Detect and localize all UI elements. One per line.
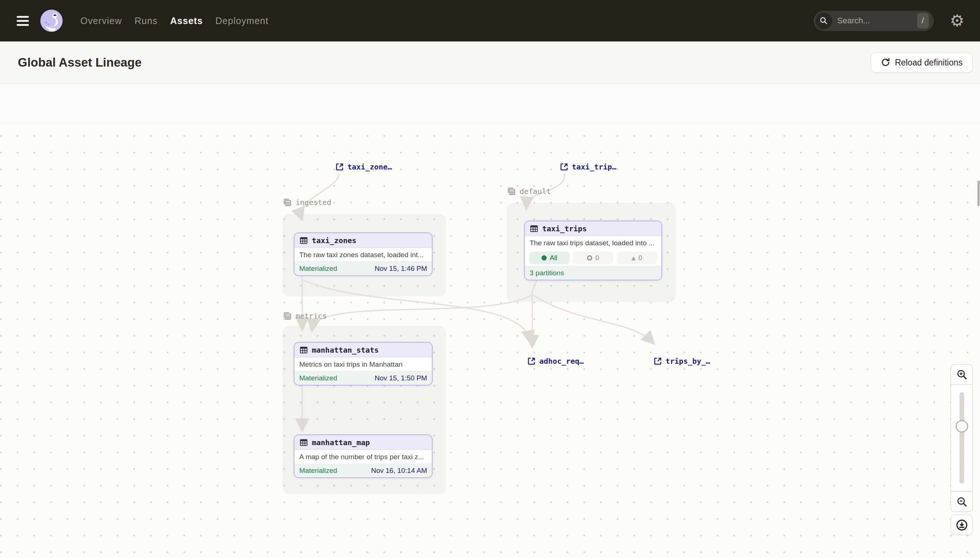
success-dot-icon [542, 255, 547, 261]
page-header: Global Asset Lineage Reload definitions [0, 41, 980, 84]
asset-description: A map of the number of trips per taxi z.… [295, 450, 432, 464]
external-link-icon [653, 357, 662, 366]
asset-node-manhattan-stats[interactable]: manhattan_stats Metrics on taxi trips in… [294, 342, 433, 386]
partition-pill-all[interactable]: All [529, 252, 570, 264]
asset-description: The raw taxi trips dataset, loaded into … [525, 236, 662, 250]
lineage-graph-canvas[interactable]: /* fix ingested box height (577-800 page… [0, 123, 980, 558]
zoom-slider-track[interactable] [959, 392, 964, 484]
table-icon [299, 346, 308, 354]
group-label-metrics[interactable]: metrics [283, 311, 327, 321]
asset-timestamp: Nov 15, 1:50 PM [374, 374, 427, 382]
zoom-in-button[interactable] [951, 364, 973, 384]
group-label-default[interactable]: default [507, 187, 551, 196]
search-icon [815, 13, 832, 29]
table-icon [530, 224, 539, 233]
asset-description: The raw taxi zones dataset, loaded int..… [295, 248, 432, 262]
global-search[interactable]: / [814, 11, 934, 31]
missing-circle-icon [587, 255, 592, 261]
external-asset-trips-by[interactable]: trips_by_… [653, 357, 710, 366]
reload-definitions-button[interactable]: Reload definitions [871, 52, 973, 72]
zoom-in-icon [956, 369, 968, 381]
reload-icon [881, 58, 890, 67]
external-link-icon [527, 357, 536, 366]
hamburger-menu-icon[interactable] [16, 16, 29, 26]
warning-triangle-icon: ▲ [631, 255, 636, 261]
group-grid-icon [283, 198, 292, 207]
lineage-toolbar: Filter Clear query Materialize all... ▾ [0, 84, 980, 123]
graph-scrollbar-thumb[interactable] [977, 181, 980, 206]
partition-health-row: All 0 ▲0 [525, 250, 662, 266]
nav-right-cluster: / ⚙ [814, 11, 980, 31]
top-nav-bar: Overview Runs Assets Deployment / ⚙ [0, 0, 980, 41]
asset-status: Materialized [299, 467, 337, 475]
asset-timestamp: Nov 16, 10:14 AM [371, 467, 427, 475]
main-nav-links: Overview Runs Assets Deployment [81, 16, 268, 26]
download-image-button[interactable] [951, 515, 973, 535]
asset-description: Metrics on taxi trips in Manhattan [295, 358, 432, 371]
external-asset-adhoc-req[interactable]: adhoc_req… [527, 357, 584, 366]
partition-pill-failed[interactable]: ▲0 [617, 252, 657, 264]
zoom-out-icon [956, 496, 968, 508]
group-label-ingested[interactable]: ingested [283, 198, 331, 207]
nav-item-overview[interactable]: Overview [81, 16, 122, 26]
zoom-out-button[interactable] [951, 491, 973, 512]
group-grid-icon [283, 311, 292, 321]
asset-name: manhattan_map [312, 438, 370, 447]
asset-status: Materialized [299, 264, 337, 273]
asset-name: taxi_trips [542, 224, 587, 233]
gear-icon[interactable]: ⚙ [950, 13, 964, 29]
external-asset-taxi-zone[interactable]: taxi_zone… [335, 162, 392, 171]
asset-timestamp: Nov 15, 1:46 PM [374, 264, 427, 273]
zoom-slider-thumb[interactable] [955, 420, 968, 433]
asset-node-taxi-trips[interactable]: taxi_trips The raw taxi trips dataset, l… [524, 220, 662, 281]
asset-name: manhattan_stats [312, 346, 379, 354]
search-shortcut-badge: / [917, 13, 929, 28]
nav-item-deployment[interactable]: Deployment [216, 16, 268, 26]
external-link-icon [335, 162, 344, 171]
asset-node-manhattan-map[interactable]: manhattan_map A map of the number of tri… [294, 435, 433, 478]
table-icon [299, 438, 308, 447]
table-icon [299, 236, 308, 245]
page-title: Global Asset Lineage [18, 56, 142, 70]
asset-status: Materialized [299, 374, 337, 382]
search-input[interactable] [837, 16, 900, 26]
lineage-edges [0, 123, 980, 558]
asset-node-taxi-zones[interactable]: taxi_zones The raw taxi zones dataset, l… [294, 232, 433, 276]
partition-pill-missing[interactable]: 0 [573, 252, 613, 264]
external-link-icon [560, 162, 568, 171]
dagster-logo-icon[interactable] [40, 9, 63, 32]
download-icon [955, 519, 968, 531]
group-grid-icon [507, 187, 516, 196]
asset-name: taxi_zones [312, 236, 356, 245]
asset-partitions-count: 3 partitions [530, 269, 564, 277]
nav-item-assets[interactable]: Assets [170, 16, 203, 26]
zoom-slider[interactable] [951, 384, 973, 491]
nav-item-runs[interactable]: Runs [135, 16, 157, 26]
external-asset-taxi-trip[interactable]: taxi_trip… [560, 162, 616, 171]
